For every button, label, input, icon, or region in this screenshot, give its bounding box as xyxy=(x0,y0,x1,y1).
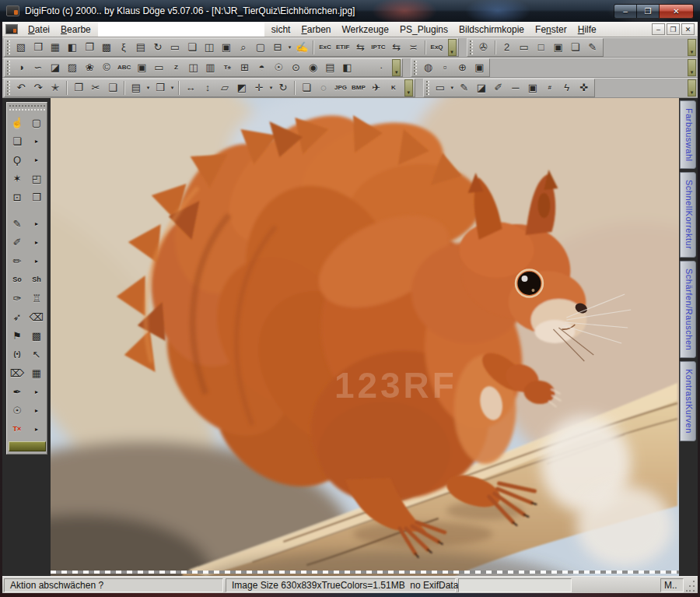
crop-tool[interactable]: ◰ xyxy=(27,169,47,188)
print-button[interactable]: ⊟ xyxy=(269,39,286,55)
tab-schaerfen-rauschen[interactable]: Schärfen/Rauschen xyxy=(680,261,696,358)
exif-query-button[interactable]: ExQ xyxy=(429,39,446,55)
compare-button[interactable]: ◧ xyxy=(338,59,355,76)
open-folder-button[interactable]: ❒ xyxy=(30,39,47,55)
exif-copy-button[interactable]: ExC xyxy=(317,39,334,55)
shape-options-arrow[interactable]: ▾ xyxy=(449,79,456,96)
draw-pen-button[interactable]: ✎ xyxy=(456,79,473,96)
menu-ansicht[interactable]: sicht xyxy=(266,23,296,37)
minimize-button[interactable]: – xyxy=(614,4,636,19)
brush-set-tool[interactable]: ✏ xyxy=(8,251,27,270)
shape-select-tool[interactable]: ▢ xyxy=(27,113,47,132)
tab-kontrastkurven[interactable]: KontrastKurven xyxy=(680,361,696,441)
search-button[interactable]: ⌕ xyxy=(235,39,252,55)
resize-grip[interactable] xyxy=(686,579,696,593)
monitor-frame-button[interactable]: ▢ xyxy=(252,39,269,55)
toolbar-overflow-button[interactable]: ▾ xyxy=(688,59,696,76)
sphere-effect-button[interactable]: ◑ xyxy=(12,59,30,76)
mdi-restore-button[interactable]: ❐ xyxy=(667,23,680,35)
resize-button[interactable]: ✛ xyxy=(250,79,268,96)
mdi-minimize-button[interactable]: – xyxy=(652,23,665,35)
preview-eye-button[interactable]: ☉ xyxy=(270,59,287,76)
dither-tool[interactable]: ▦ xyxy=(27,363,47,382)
toolbar-overflow-button[interactable]: ▾ xyxy=(404,79,413,97)
flip-vertical-button[interactable]: ↕ xyxy=(199,79,216,96)
iptc-button[interactable]: IPTC xyxy=(369,39,387,55)
exif-tif-button[interactable]: ETIF xyxy=(334,39,352,55)
key-correction-button[interactable]: K xyxy=(385,79,402,96)
open-image-button[interactable]: ▧ xyxy=(12,39,30,55)
perspective-button[interactable]: ▱ xyxy=(216,79,233,96)
text-abc-button[interactable]: ABC xyxy=(115,59,133,76)
eraser-angle-tool[interactable]: ⌦ xyxy=(8,363,27,382)
toolbar-grip[interactable] xyxy=(470,40,473,54)
undo-button[interactable]: ↶ xyxy=(12,79,30,96)
toolbar-overflow-button[interactable]: ▾ xyxy=(688,39,696,56)
picture-frame-button[interactable]: ◫ xyxy=(184,59,201,76)
toolbar-grip[interactable] xyxy=(426,81,429,95)
draw-line-button[interactable]: ─ xyxy=(507,79,524,96)
toolbar-overflow-button[interactable]: ▾ xyxy=(448,39,457,56)
send-button[interactable]: ✍ xyxy=(293,39,310,55)
menu-fenster[interactable]: Fenster xyxy=(530,23,572,37)
zoom-in-button[interactable]: ⊕ xyxy=(453,59,471,76)
red-eye-tool[interactable]: (•) xyxy=(8,345,27,363)
browse-thumbnails-button[interactable]: ▦ xyxy=(47,39,64,55)
favorite-button[interactable]: ✭ xyxy=(47,79,64,96)
photo-frame-button[interactable]: ▣ xyxy=(133,59,150,76)
paste-button[interactable]: ❒ xyxy=(152,79,169,96)
join-button[interactable]: ≍ xyxy=(405,39,422,55)
maximize-button[interactable]: ❐ xyxy=(636,4,659,19)
menu-bearbeiten[interactable]: Bearbe xyxy=(55,23,96,37)
toolbar-grip[interactable] xyxy=(7,81,10,95)
airbrush-tool[interactable]: ✐ xyxy=(8,233,27,251)
zoom-selection-button[interactable]: ▣ xyxy=(471,59,488,76)
eyedropper-tool[interactable]: ✒ xyxy=(8,382,27,401)
gradient-bar-button[interactable]: ▥ xyxy=(201,59,219,76)
tab-schnellkorrektur[interactable]: SchnellKorrektur xyxy=(680,172,696,257)
levels-button[interactable]: ⊞ xyxy=(236,59,253,76)
folder-button[interactable]: ▭ xyxy=(166,39,184,55)
draw-pencil-button[interactable]: ✐ xyxy=(490,79,507,96)
shape-rectangle-button[interactable]: ▭ xyxy=(432,79,449,96)
menu-bildschirmkopie[interactable]: Bildschirmkopie xyxy=(453,23,530,37)
print-options-arrow[interactable]: ▾ xyxy=(286,39,293,55)
export-options-arrow[interactable]: ▾ xyxy=(145,79,152,96)
blank-dot-button[interactable]: ∙ xyxy=(373,59,390,76)
crop-button[interactable]: ❑ xyxy=(104,79,121,96)
small-preview-button[interactable]: ▫ xyxy=(436,59,453,76)
toolbar-grip[interactable] xyxy=(7,40,10,54)
stamp-image-button[interactable]: ▣ xyxy=(524,79,541,96)
measure-button[interactable]: # xyxy=(541,79,558,96)
eyedropper-options-arrow[interactable]: ▸ xyxy=(27,382,47,401)
monitor-save-button[interactable]: ◫ xyxy=(201,39,218,55)
eye-options-arrow[interactable]: ▸ xyxy=(27,401,47,420)
sharpen-tool[interactable]: Sh xyxy=(27,270,47,289)
close-button[interactable]: ✕ xyxy=(659,4,694,19)
draw-fill-pen-button[interactable]: ◪ xyxy=(473,79,490,96)
lens-button[interactable]: ◓ xyxy=(253,59,270,76)
preview-eye3-button[interactable]: ◉ xyxy=(304,59,321,76)
film-equalizer-button[interactable]: ▤ xyxy=(321,59,338,76)
menu-hilfe[interactable]: Hilfe xyxy=(572,23,602,37)
airbrush-options-arrow[interactable]: ▸ xyxy=(27,233,47,251)
capture-edit-button[interactable]: ✎ xyxy=(584,39,601,55)
paste-options-arrow[interactable]: ▾ xyxy=(169,79,176,96)
gradient-effect-button[interactable]: ◪ xyxy=(47,59,64,76)
slideshow-button[interactable]: ◧ xyxy=(64,39,81,55)
toolbar-grip[interactable] xyxy=(414,61,417,75)
cut-button[interactable]: ✂ xyxy=(87,79,104,96)
flip-horizontal-button[interactable]: ↔ xyxy=(182,79,199,96)
toolbar-overflow-button[interactable]: ▾ xyxy=(688,79,696,97)
flower-effect-button[interactable]: ❀ xyxy=(81,59,98,76)
marquee-options-arrow[interactable]: ▸ xyxy=(27,132,47,150)
select-arrow-tool[interactable]: ↖ xyxy=(27,345,47,363)
copy-as-jpg-button[interactable]: ❏ xyxy=(298,79,315,96)
image-canvas[interactable]: 123RF xyxy=(51,98,679,576)
selection-save-button[interactable]: ◌ xyxy=(315,79,332,96)
text-plus-button[interactable]: T± xyxy=(219,59,236,76)
soft-preview-button[interactable]: ◍ xyxy=(419,59,436,76)
palette-grip[interactable] xyxy=(9,105,45,111)
clone-stamp-tool[interactable]: ♖ xyxy=(27,289,47,307)
lasso-options-arrow[interactable]: ▸ xyxy=(27,150,47,169)
